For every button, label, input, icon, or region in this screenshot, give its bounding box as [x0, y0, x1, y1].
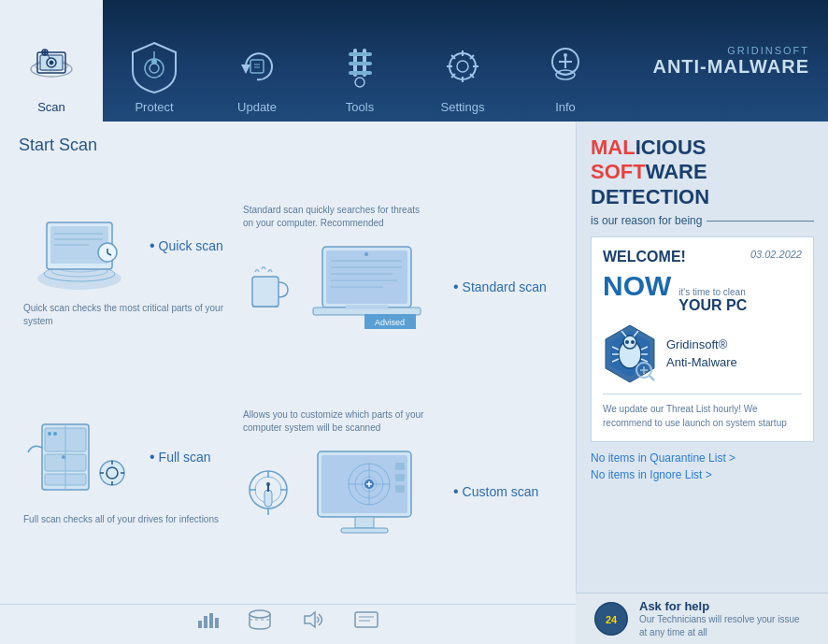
volume-icon[interactable] — [301, 609, 325, 630]
database-icon[interactable] — [247, 609, 273, 630]
clean-label-2: YOUR PC — [678, 297, 747, 314]
svg-rect-103 — [355, 612, 378, 627]
svg-rect-67 — [326, 250, 407, 304]
svg-rect-83 — [355, 517, 374, 528]
message-icon[interactable] — [353, 609, 379, 630]
svg-rect-21 — [349, 71, 372, 75]
full-scan-block: • Full scan Full scan checks all of your… — [19, 406, 234, 526]
update-text: We update our Threat List hourly! We rec… — [603, 394, 802, 430]
svg-point-113 — [631, 340, 635, 344]
quick-scan-info: • Quick scan — [150, 237, 223, 254]
brand-main: ANTI-MALWARE — [652, 56, 809, 78]
product-name-block: Gridinsoft®Anti-Malware — [666, 336, 737, 370]
now-label: NOW — [603, 270, 671, 302]
svg-rect-95 — [395, 485, 405, 493]
welcome-box: WELCOME! 03.02.2022 NOW it's time to cle… — [591, 236, 814, 442]
clean-label-1: it's time to clean — [678, 287, 747, 297]
svg-point-57 — [53, 432, 57, 436]
svg-line-121 — [650, 376, 654, 380]
svg-rect-84 — [341, 528, 388, 533]
standard-scan-block: Standard scan quickly searches for threa… — [243, 204, 557, 340]
full-scan-option[interactable]: • Full scan — [19, 406, 234, 508]
product-icon — [603, 323, 657, 384]
nav-item-info[interactable]: Info — [514, 0, 617, 122]
nav-label-info: Info — [555, 100, 576, 114]
help-desc: Our Technicians will resolve your issue … — [639, 613, 809, 639]
right-scan-column: Standard scan quickly searches for threa… — [234, 169, 557, 580]
nav-label-protect: Protect — [135, 100, 173, 114]
quick-scan-block: • Quick scan Quick scan checks the most … — [19, 194, 234, 328]
standard-scan-option[interactable]: Advised • Standard scan — [243, 237, 557, 340]
nav-item-scan[interactable]: Scan — [0, 0, 103, 122]
product-name: Gridinsoft®Anti-Malware — [666, 336, 737, 370]
svg-point-112 — [625, 340, 629, 344]
settings-icon — [435, 38, 491, 94]
nav-item-settings[interactable]: Settings — [411, 0, 514, 122]
svg-rect-97 — [204, 616, 207, 628]
svg-text:24: 24 — [606, 614, 618, 625]
svg-rect-98 — [209, 613, 213, 628]
malware-highlight-1: MAL — [591, 136, 635, 159]
help-text: Ask for help Our Technicians will resolv… — [639, 599, 809, 639]
quick-scan-option[interactable]: • Quick scan — [19, 194, 234, 297]
custom-scan-touch-icon — [243, 464, 294, 524]
left-panel: Start Scan — [0, 122, 576, 644]
help-icon: 24 — [594, 602, 628, 636]
scan-options-area: • Quick scan Quick scan checks the most … — [19, 169, 557, 580]
svg-marker-13 — [241, 64, 250, 74]
svg-point-55 — [62, 455, 65, 459]
custom-scan-info: Allows you to customize which parts of y… — [243, 408, 430, 435]
svg-point-7 — [44, 51, 47, 54]
quick-scan-illustration — [19, 194, 140, 297]
svg-rect-19 — [349, 52, 372, 56]
page-title: Start Scan — [19, 136, 557, 155]
svg-point-22 — [355, 78, 364, 87]
full-scan-desc: Full scan checks all of your drives for … — [19, 513, 234, 526]
bottom-toolbar — [0, 604, 576, 635]
right-panel: MALICIOUS SOFTWARE DETECTION is our reas… — [576, 122, 828, 644]
custom-scan-monitor — [308, 442, 439, 545]
brand-top: GRIDINSOFT — [652, 45, 809, 56]
svg-rect-94 — [395, 474, 405, 481]
standard-scan-label: Standard scan — [463, 279, 547, 294]
full-scan-label: Full scan — [159, 450, 211, 465]
full-scan-illustration — [19, 406, 140, 508]
main-content: Start Scan — [0, 122, 828, 644]
malware-title: MALICIOUS SOFTWARE DETECTION — [591, 136, 814, 209]
nav-item-tools[interactable]: Tools — [308, 0, 411, 122]
nav-item-update[interactable]: Update — [206, 0, 308, 122]
quarantine-links: No items in Quarantine List No items in … — [591, 451, 814, 481]
nav-item-protect[interactable]: Protect — [103, 0, 206, 122]
welcome-text: WELCOME! — [603, 249, 686, 265]
standard-scan-laptop: Advised — [308, 237, 439, 340]
svg-rect-96 — [198, 621, 202, 628]
svg-text:Advised: Advised — [375, 318, 405, 327]
nav-label-settings: Settings — [441, 100, 485, 114]
svg-rect-93 — [395, 463, 405, 470]
quarantine-link[interactable]: No items in Quarantine List — [591, 451, 814, 465]
custom-scan-option[interactable]: • Custom scan — [243, 442, 557, 545]
ignore-link[interactable]: No items in Ignore List — [591, 468, 814, 481]
svg-rect-75 — [346, 305, 388, 309]
svg-point-5 — [50, 61, 53, 64]
product-box: Gridinsoft®Anti-Malware — [603, 323, 802, 384]
svg-rect-14 — [250, 60, 264, 73]
update-icon — [229, 38, 285, 94]
detection-text: DETECTION — [591, 185, 709, 208]
protect-icon — [126, 38, 182, 94]
svg-point-73 — [364, 252, 368, 256]
custom-scan-label: Custom scan — [463, 484, 539, 499]
standard-scan-label-block: • Standard scan — [453, 279, 547, 299]
standard-scan-cup-icon — [243, 258, 294, 319]
svg-point-37 — [564, 53, 567, 57]
standard-scan-info: Standard scan quickly searches for threa… — [243, 204, 430, 230]
svg-point-11 — [151, 59, 157, 64]
svg-rect-64 — [252, 277, 278, 307]
custom-scan-monitor-svg — [308, 442, 439, 545]
help-bar: 24 Ask for help Our Technicians will res… — [576, 593, 828, 644]
stats-icon[interactable] — [196, 609, 219, 630]
svg-rect-20 — [349, 62, 372, 65]
scan-icon — [23, 38, 79, 94]
now-row: NOW it's time to clean YOUR PC — [603, 270, 802, 314]
left-scan-column: • Quick scan Quick scan checks the most … — [19, 169, 234, 580]
